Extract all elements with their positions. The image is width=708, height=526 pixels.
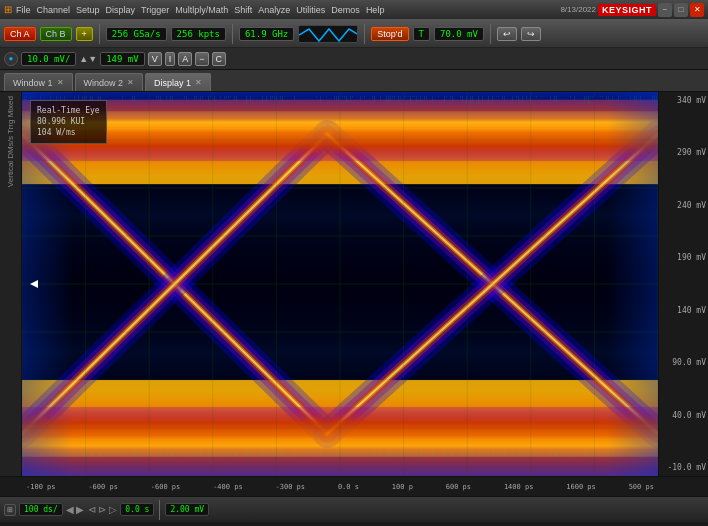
tab-window1-close[interactable]: ✕ <box>57 78 64 87</box>
divider-2 <box>232 24 233 44</box>
menu-display[interactable]: Display <box>106 5 136 15</box>
keysight-logo: KEYSIGHT <box>598 4 656 16</box>
time-offset-value[interactable]: 0.0 s <box>120 503 154 516</box>
menu-file[interactable]: File <box>16 5 31 15</box>
bottom-toolbar: ⊞ 100 ds/ ◀ ▶ ⊲ ⊳ ▷ 0.0 s 2.00 mV <box>0 496 708 522</box>
app-icon: ⊞ <box>4 4 12 15</box>
menu-trigger[interactable]: Trigger <box>141 5 169 15</box>
trigger-value: T <box>413 27 430 41</box>
channel-b-button[interactable]: Ch B <box>40 27 72 41</box>
nav-step: ▷ <box>109 504 117 515</box>
left-sidebar: Trrg Mixed Vertical DMs/s <box>0 92 22 476</box>
channel-a-button[interactable]: Ch A <box>4 27 36 41</box>
undo-button[interactable]: ↩ <box>497 27 517 41</box>
y-axis-label: 190 mV <box>661 253 706 262</box>
x-axis-label: 500 ps <box>629 483 654 491</box>
divider-4 <box>490 24 491 44</box>
nav-arrows: ◀ ▶ <box>66 504 85 515</box>
channel-c-button[interactable]: + <box>76 27 93 41</box>
info-box: Real-Time Eye 80.996 KUI 104 W/ms <box>30 100 107 144</box>
frequency-value: 61.9 GHz <box>239 27 294 41</box>
info-line3: 104 W/ms <box>37 127 100 138</box>
voltage-value: 70.0 mV <box>434 27 484 41</box>
x-axis-labels: -100 ps-600 ps-600 ps-400 ps-300 ps0.0 s… <box>22 483 658 491</box>
info-line1: Real-Time Eye <box>37 105 100 116</box>
stop-button[interactable]: Stop'd <box>371 27 408 41</box>
y-axis-labels: 340 mV290 mV240 mV190 mV140 mV90.0 mV40.… <box>658 92 708 476</box>
scale-arrows: ▲▼ <box>79 54 97 64</box>
waveform-display <box>298 25 358 43</box>
x-axis-label: -600 ps <box>88 483 118 491</box>
menu-shift[interactable]: Shift <box>234 5 252 15</box>
memory-value: 256 kpts <box>171 27 226 41</box>
x-axis-label: -400 ps <box>213 483 243 491</box>
time-value[interactable]: 149 mV <box>100 52 145 66</box>
scope-display[interactable]: Real-Time Eye 80.996 KUI 104 W/ms <box>22 92 658 476</box>
x-axis: -100 ps-600 ps-600 ps-400 ps-300 ps0.0 s… <box>0 476 708 496</box>
y-axis-label: 240 mV <box>661 201 706 210</box>
divider-3 <box>364 24 365 44</box>
top-toolbar: Ch A Ch B + 256 GSa/s 256 kpts 61.9 GHz … <box>0 20 708 48</box>
title-bar: ⊞ File Channel Setup Display Trigger Mul… <box>0 0 708 20</box>
x-axis-label: 1400 ps <box>504 483 534 491</box>
window-maximize-button[interactable]: □ <box>674 3 688 17</box>
tab-window2-close[interactable]: ✕ <box>127 78 134 87</box>
tab-display1-label: Display 1 <box>154 78 191 88</box>
c-button[interactable]: C <box>212 52 227 66</box>
menu-multiplymath[interactable]: Multlply/Math <box>175 5 228 15</box>
x-axis-label: 600 ps <box>446 483 471 491</box>
info-line2: 80.996 KUI <box>37 116 100 127</box>
title-bar-left: ⊞ File Channel Setup Display Trigger Mul… <box>4 4 384 15</box>
datetime: 8/13/2022 <box>560 5 596 14</box>
mv-value[interactable]: 2.00 mV <box>165 503 209 516</box>
a-button[interactable]: A <box>178 52 192 66</box>
window-toolbar: ● 10.0 mV/ ▲▼ 149 mV V I A − C <box>0 48 708 70</box>
menu-utilities[interactable]: Utilities <box>296 5 325 15</box>
y-axis-label: 290 mV <box>661 148 706 157</box>
menu-channel[interactable]: Channel <box>37 5 71 15</box>
tab-window2-label: Window 2 <box>84 78 124 88</box>
x-axis-label: -100 ps <box>26 483 56 491</box>
tab-display1-close[interactable]: ✕ <box>195 78 202 87</box>
x-axis-label: -600 ps <box>151 483 181 491</box>
tab-display1[interactable]: Display 1 ✕ <box>145 73 211 91</box>
title-bar-right: 8/13/2022 KEYSIGHT − □ ✕ <box>560 3 704 17</box>
bottom-indicator: ⊞ <box>4 504 16 516</box>
x-axis-label: 0.0 s <box>338 483 359 491</box>
v-button[interactable]: V <box>148 52 162 66</box>
y-axis-label: 40.0 mV <box>661 411 706 420</box>
window-close-button[interactable]: ✕ <box>690 3 704 17</box>
channel-indicator: ● <box>4 52 18 66</box>
tab-window2[interactable]: Window 2 ✕ <box>75 73 144 91</box>
minus-button[interactable]: − <box>195 52 208 66</box>
bottom-divider <box>159 500 160 520</box>
y-axis-label: 340 mV <box>661 96 706 105</box>
i-button[interactable]: I <box>165 52 176 66</box>
menu-setup[interactable]: Setup <box>76 5 100 15</box>
tab-window1[interactable]: Window 1 ✕ <box>4 73 73 91</box>
menu-help[interactable]: Help <box>366 5 385 15</box>
tab-window1-label: Window 1 <box>13 78 53 88</box>
window-minimize-button[interactable]: − <box>658 3 672 17</box>
redo-button[interactable]: ↪ <box>521 27 541 41</box>
nav-arrows2: ⊲ ⊳ <box>88 504 107 515</box>
title-bar-menu: File Channel Setup Display Trigger Multl… <box>16 5 384 15</box>
y-axis-label: 140 mV <box>661 306 706 315</box>
zoom-value[interactable]: 100 ds/ <box>19 503 63 516</box>
sidebar-label-vertical: Vertical DMs/s <box>6 136 15 187</box>
sidebar-label-trigger: Trrg Mixed <box>6 96 15 134</box>
channel-scale-value[interactable]: 10.0 mV/ <box>21 52 76 66</box>
x-axis-label: 100 p <box>392 483 413 491</box>
y-axis-label: -10.0 mV <box>661 463 706 472</box>
eye-diagram-canvas <box>22 92 658 476</box>
divider-1 <box>99 24 100 44</box>
sample-rate-value: 256 GSa/s <box>106 27 167 41</box>
y-axis-label: 90.0 mV <box>661 358 706 367</box>
menu-demos[interactable]: Demos <box>331 5 360 15</box>
x-axis-label: -300 ps <box>276 483 306 491</box>
x-axis-label: 1600 ps <box>566 483 596 491</box>
menu-analyze[interactable]: Analyze <box>258 5 290 15</box>
tabs-row: Window 1 ✕ Window 2 ✕ Display 1 ✕ <box>0 70 708 92</box>
main-area: Trrg Mixed Vertical DMs/s Real-Time Eye … <box>0 92 708 476</box>
